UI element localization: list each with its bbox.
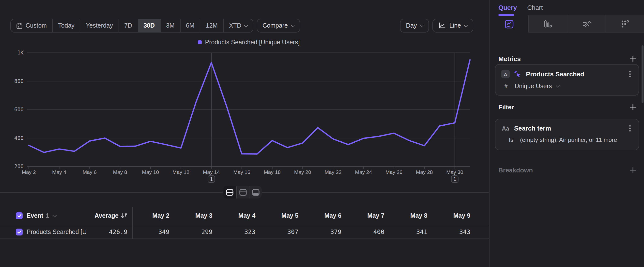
chevron-down-icon[interactable] bbox=[53, 213, 57, 217]
x-axis-label: May 4 bbox=[52, 169, 66, 175]
average-label: Average bbox=[94, 212, 118, 219]
x-axis-label: May 12 bbox=[172, 169, 190, 175]
granularity-label: Day bbox=[406, 22, 417, 29]
table-header-cell[interactable]: May 3 bbox=[176, 212, 218, 219]
x-axis-label: May 8 bbox=[113, 169, 127, 175]
x-axis-label: May 2 bbox=[22, 169, 36, 175]
query-panel: Query Chart bbox=[490, 0, 644, 267]
date-range-today[interactable]: Today bbox=[52, 19, 80, 32]
add-breakdown-button[interactable] bbox=[630, 167, 636, 173]
date-range-3m[interactable]: 3M bbox=[160, 19, 180, 32]
table-cell: 307 bbox=[261, 228, 304, 235]
annotation-badge[interactable]: 1 bbox=[208, 176, 215, 182]
date-range-12m[interactable]: 12M bbox=[200, 19, 223, 32]
x-axis-label: May 22 bbox=[325, 169, 342, 175]
date-range-label: 3M bbox=[166, 22, 175, 29]
calendar-icon bbox=[16, 23, 23, 29]
table-row-label-cell[interactable]: Products Searched [Un... bbox=[0, 228, 86, 235]
annotation-badge[interactable]: 1 bbox=[452, 176, 458, 182]
table-header-cell[interactable]: May 6 bbox=[304, 212, 347, 219]
filter-operator[interactable]: Is bbox=[509, 136, 516, 143]
select-all-checkbox[interactable] bbox=[16, 212, 23, 219]
date-range-yesterday[interactable]: Yesterday bbox=[80, 19, 118, 32]
text-property-icon: Aa bbox=[501, 125, 510, 131]
report-toolbar: CustomTodayYesterday7D30D3M6M12MXTD Comp… bbox=[10, 19, 473, 33]
report-type-insights-tab[interactable] bbox=[490, 15, 528, 33]
series-line[interactable] bbox=[29, 60, 470, 154]
y-axis-label: 1K bbox=[18, 50, 24, 56]
table-row-value-cells: 349299323307379400341343 bbox=[132, 228, 476, 235]
compare-button[interactable]: Compare bbox=[256, 19, 300, 33]
x-axis-label: May 6 bbox=[83, 169, 97, 175]
table-header-cell[interactable]: May 5 bbox=[261, 212, 304, 219]
metric-card[interactable]: A Products Searched # Unique Users bbox=[495, 64, 639, 96]
metric-name: Products Searched bbox=[526, 71, 584, 78]
layout-table-view-button[interactable] bbox=[249, 186, 262, 198]
bar-chart-icon bbox=[544, 20, 552, 28]
average-column-header[interactable]: Average bbox=[86, 212, 132, 219]
chart-legend: Products Searched [Unique Users] bbox=[27, 39, 470, 46]
tab-chart[interactable]: Chart bbox=[527, 4, 543, 11]
date-range-xtd[interactable]: XTD bbox=[223, 19, 253, 32]
breakdown-heading: Breakdown bbox=[498, 166, 533, 174]
table-header-cell[interactable]: May 4 bbox=[218, 212, 262, 219]
panel-scrollbar-thumb[interactable] bbox=[642, 45, 644, 103]
breakdown-table: Event 1 Average May 2May 3May 4May 5May … bbox=[0, 207, 490, 239]
kebab-menu-icon[interactable] bbox=[629, 128, 631, 129]
date-range-label: 6M bbox=[186, 22, 194, 29]
x-axis-label: May 10 bbox=[142, 169, 159, 175]
report-type-retention-tab[interactable] bbox=[606, 15, 644, 33]
table-header-cell[interactable]: May 7 bbox=[347, 212, 390, 219]
legend-swatch bbox=[198, 40, 202, 44]
layout-chart-view-button[interactable] bbox=[236, 186, 249, 198]
add-metric-button[interactable] bbox=[630, 56, 636, 62]
report-type-tabs bbox=[490, 15, 644, 33]
table-header-cell[interactable]: May 9 bbox=[433, 212, 476, 219]
date-range-segmented-control: CustomTodayYesterday7D30D3M6M12MXTD bbox=[10, 19, 253, 33]
panel-tab-bar: Query Chart bbox=[498, 4, 543, 11]
retention-dots-icon bbox=[621, 20, 629, 28]
event-column-label: Event bbox=[26, 212, 43, 219]
measure-selector[interactable]: Unique Users bbox=[514, 83, 552, 90]
chevron-down-icon bbox=[420, 23, 424, 27]
chevron-down-icon bbox=[244, 23, 248, 27]
table-cell: 343 bbox=[433, 228, 476, 235]
filter-heading: Filter bbox=[498, 103, 514, 111]
filter-card[interactable]: Aa Search term Is (empty string), Air pu… bbox=[495, 119, 639, 150]
add-filter-button[interactable] bbox=[630, 104, 636, 110]
date-range-6m[interactable]: 6M bbox=[180, 19, 200, 32]
table-header-row: Event 1 Average May 2May 3May 4May 5May … bbox=[0, 207, 490, 225]
metric-letter-badge: A bbox=[501, 70, 510, 78]
table-header-cell[interactable]: May 2 bbox=[132, 212, 176, 219]
chart-type-button[interactable]: Line bbox=[433, 19, 473, 33]
insights-line-icon bbox=[505, 20, 514, 28]
row-average-cell: 426.9 bbox=[86, 228, 132, 235]
filter-section-header: Filter bbox=[498, 103, 636, 111]
y-axis-label: 200 bbox=[14, 164, 24, 169]
chevron-down-icon bbox=[291, 23, 295, 27]
row-checkbox[interactable] bbox=[16, 228, 23, 235]
report-main-area: CustomTodayYesterday7D30D3M6M12MXTD Comp… bbox=[0, 0, 490, 267]
number-icon: # bbox=[502, 83, 510, 90]
x-axis-label: May 16 bbox=[233, 169, 250, 175]
metrics-section-header: Metrics bbox=[498, 55, 636, 63]
date-range-7d[interactable]: 7D bbox=[118, 19, 138, 32]
table-header-cell[interactable]: May 8 bbox=[390, 212, 434, 219]
granularity-button[interactable]: Day bbox=[400, 19, 429, 33]
kebab-menu-icon[interactable] bbox=[629, 73, 631, 75]
svg-text:1: 1 bbox=[453, 176, 456, 182]
report-type-funnels-tab[interactable] bbox=[528, 15, 567, 33]
legend-item[interactable]: Products Searched [Unique Users] bbox=[198, 39, 300, 46]
toolbar-right-group: Day Line bbox=[400, 19, 473, 33]
tab-query[interactable]: Query bbox=[498, 4, 517, 11]
date-range-custom[interactable]: Custom bbox=[11, 19, 52, 32]
filter-condition-row: Is (empty string), Air purifier, or 11 m… bbox=[496, 132, 638, 143]
date-range-30d[interactable]: 30D bbox=[138, 19, 160, 32]
filter-value[interactable]: (empty string), Air purifier, or 11 more bbox=[520, 136, 617, 143]
layout-split-view-button[interactable] bbox=[223, 186, 236, 198]
x-axis-label: May 14 bbox=[203, 169, 220, 175]
chart-type-label: Line bbox=[450, 22, 461, 29]
toolbar-left-group: CustomTodayYesterday7D30D3M6M12MXTD Comp… bbox=[10, 19, 300, 33]
filter-property-name: Search term bbox=[514, 125, 551, 132]
report-type-flows-tab[interactable] bbox=[567, 15, 606, 33]
